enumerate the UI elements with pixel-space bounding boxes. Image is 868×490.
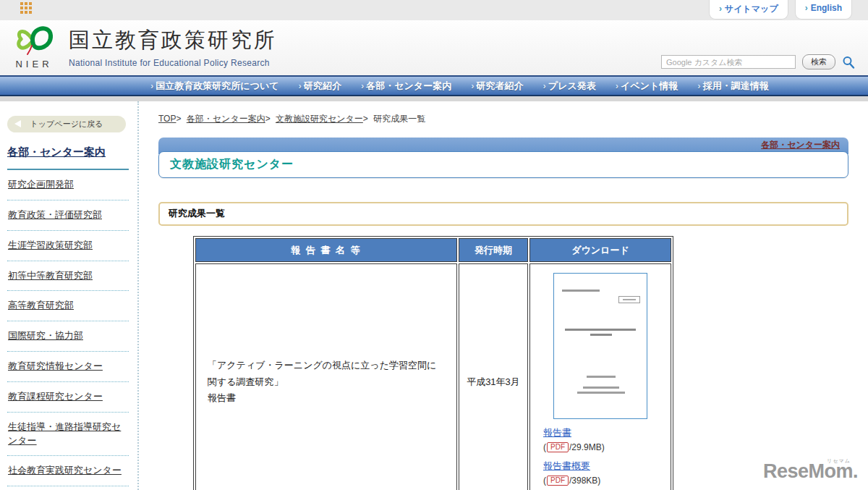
nav-item-researchers[interactable]: ›研究者紹介 xyxy=(471,80,523,93)
sidebar-item: 教育課程研究センター xyxy=(7,382,129,413)
top-strip: ›サイトマップ ›English xyxy=(0,0,868,20)
chevron-icon: › xyxy=(150,80,153,91)
grid-icon xyxy=(20,2,33,14)
thumbnail-author-line xyxy=(583,386,619,389)
sidebar-item: 高等教育研究部 xyxy=(7,291,129,321)
resemom-ruby: リセマム xyxy=(827,457,851,465)
chevron-icon: › xyxy=(299,80,302,91)
sidebar: トップページに戻る 各部・センター案内 研究企画開発部 教育政策・評価研究部 生… xyxy=(0,101,139,490)
sidebar-item-research-planning[interactable]: 研究企画開発部 xyxy=(8,179,74,190)
report-cover-thumbnail[interactable] xyxy=(553,273,647,419)
sidebar-item-lifelong-learning[interactable]: 生涯学習政策研究部 xyxy=(8,240,93,250)
sidebar-list: 研究企画開発部 教育政策・評価研究部 生涯学習政策研究部 初等中等教育研究部 高… xyxy=(7,170,129,490)
breadcrumb: TOP> 各部・センター案内> 文教施設研究センター> 研究成果一覧 xyxy=(158,113,848,125)
site-title-block: 国立教育政策研究所 National Institute for Educati… xyxy=(69,26,277,68)
breadcrumb-link-facilities-center[interactable]: 文教施設研究センター xyxy=(276,114,363,124)
chevron-icon: › xyxy=(697,80,700,91)
column-header-publish-date: 発行時期 xyxy=(459,238,528,262)
back-to-top-button[interactable]: トップページに戻る xyxy=(7,116,126,132)
nav-label: 研究者紹介 xyxy=(477,80,524,91)
search-button[interactable]: 検索 xyxy=(802,54,835,69)
nav-item-recruit[interactable]: ›採用・調達情報 xyxy=(697,80,768,93)
sidebar-item-guidance-center[interactable]: 生徒指導・進路指導研究センター xyxy=(8,421,121,446)
thumbnail-label-box xyxy=(618,296,640,303)
chevron-icon: › xyxy=(471,80,474,91)
chevron-icon: › xyxy=(616,80,618,91)
main-column: TOP> 各部・センター案内> 文教施設研究センター> 研究成果一覧 各部・セン… xyxy=(139,101,868,490)
chevron-icon: › xyxy=(361,80,364,91)
pdf-badge: PDF xyxy=(547,476,569,486)
search-icon[interactable] xyxy=(842,56,855,69)
nav-label: 各部・センター案内 xyxy=(366,80,451,91)
search-input[interactable] xyxy=(661,55,796,69)
breadcrumb-separator: > xyxy=(176,114,181,124)
sidebar-item-edu-info-center[interactable]: 教育研究情報センター xyxy=(8,360,103,371)
page: ›サイトマップ ›English NIER 国立教育政策研究所 National… xyxy=(0,0,868,490)
sitemap-label: サイトマップ xyxy=(725,4,778,14)
thumbnail-text-line xyxy=(562,290,600,292)
nav-label: イベント情報 xyxy=(621,80,678,91)
sidebar-item: 生涯学習政策研究部 xyxy=(7,231,129,261)
publish-date-cell: 平成31年3月 xyxy=(459,263,528,490)
sidebar-item: 生徒指導・進路指導研究センター xyxy=(7,413,129,457)
nav-label: 採用・調達情報 xyxy=(703,80,769,91)
sidebar-item-curriculum-center[interactable]: 教育課程研究センター xyxy=(8,391,103,402)
breadcrumb-current: 研究成果一覧 xyxy=(373,114,425,124)
nav-item-events[interactable]: ›イベント情報 xyxy=(616,80,678,93)
english-label: English xyxy=(811,3,842,13)
sitemap-link[interactable]: ›サイトマップ xyxy=(709,0,788,20)
main-nav: ›国立教育政策研究所について ›研究紹介 ›各部・センター案内 ›研究者紹介 ›… xyxy=(0,75,868,96)
site-subtitle: National Institute for Educational Polic… xyxy=(69,58,277,68)
report-summary-pdf-link[interactable]: 報告書概要 xyxy=(543,460,590,471)
search-area: 検索 xyxy=(661,54,855,69)
nier-logo-icon xyxy=(14,23,54,55)
breadcrumb-link-departments[interactable]: 各部・センター案内 xyxy=(187,114,265,124)
column-header-download: ダウンロード xyxy=(529,238,671,262)
thumbnail-date-line xyxy=(587,376,616,378)
report-pdf-link[interactable]: 報告書 xyxy=(543,427,571,438)
sidebar-item-primary-secondary[interactable]: 初等中等教育研究部 xyxy=(8,270,93,281)
utility-links: ›サイトマップ ›English xyxy=(709,0,852,20)
nav-item-press[interactable]: ›プレス発表 xyxy=(543,80,596,93)
nav-item-departments[interactable]: ›各部・センター案内 xyxy=(361,80,451,93)
breadcrumb-link-top[interactable]: TOP xyxy=(158,114,176,124)
pdf-badge: PDF xyxy=(547,442,569,452)
center-header-card: 各部・センター案内 文教施設研究センター xyxy=(158,138,848,178)
back-arrow-icon xyxy=(14,120,21,127)
site-title: 国立教育政策研究所 xyxy=(69,26,277,55)
breadcrumb-separator: > xyxy=(265,114,271,124)
resemom-watermark: リセマム ReseMom. xyxy=(763,460,858,483)
nav-item-research[interactable]: ›研究紹介 xyxy=(299,80,341,93)
center-title-box: 文教施設研究センター xyxy=(158,151,848,178)
thumbnail-author-line xyxy=(577,392,625,394)
nav-label: プレス発表 xyxy=(548,80,596,91)
report-summary-fileinfo: (PDF/398KB) xyxy=(543,476,658,486)
sidebar-item-higher-education[interactable]: 高等教育研究部 xyxy=(8,300,74,311)
sidebar-item: 初等中等教育研究部 xyxy=(7,261,129,292)
chevron-icon: › xyxy=(805,3,808,13)
breadcrumb-separator: > xyxy=(363,114,368,124)
sidebar-heading-departments[interactable]: 各部・センター案内 xyxy=(7,145,129,170)
nav-item-about[interactable]: ›国立教育政策研究所について xyxy=(150,80,279,93)
sidebar-item-international[interactable]: 国際研究・協力部 xyxy=(8,330,83,341)
column-header-report-name: 報 告 書 名 等 xyxy=(195,238,457,262)
thumbnail-title-line xyxy=(565,329,636,331)
nav-substrip xyxy=(0,96,868,101)
file-size: /29.9MB) xyxy=(569,442,605,452)
table-header-row: 報 告 書 名 等 発行時期 ダウンロード xyxy=(195,238,671,262)
report-title-cell: 「アクティブ・ラーニングの視点に立った学習空間に関する調査研究」 報告書 xyxy=(195,263,457,490)
paren: ( xyxy=(543,476,546,486)
departments-corner-link[interactable]: 各部・センター案内 xyxy=(761,140,840,150)
nav-label: 国立教育政策研究所について xyxy=(156,80,278,91)
file-size: /398KB) xyxy=(569,476,600,486)
sidebar-item: 国際研究・協力部 xyxy=(7,321,129,352)
site-logo[interactable]: NIER xyxy=(9,23,59,69)
sidebar-item-social-edu-center[interactable]: 社会教育実践研究センター xyxy=(8,465,122,476)
sidebar-item: 教育研究情報センター xyxy=(7,352,129,382)
sidebar-item: 文教施設研究センター xyxy=(7,486,129,490)
content: トップページに戻る 各部・センター案内 研究企画開発部 教育政策・評価研究部 生… xyxy=(0,101,868,490)
english-link[interactable]: ›English xyxy=(795,0,852,20)
sidebar-item-policy-evaluation[interactable]: 教育政策・評価研究部 xyxy=(8,209,102,220)
nier-acronym: NIER xyxy=(9,59,59,69)
section-heading-results: 研究成果一覧 xyxy=(158,202,848,226)
